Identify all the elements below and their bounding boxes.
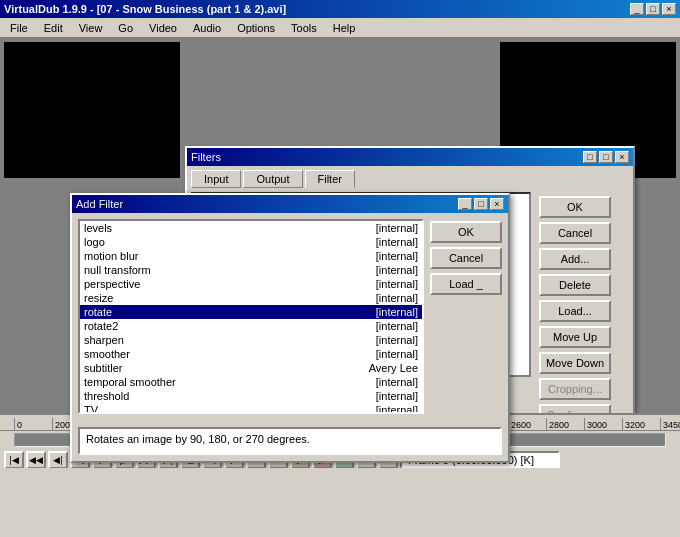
add-filter-title-bar: Add Filter _ □ × — [72, 195, 508, 213]
go-start-button[interactable]: |◀ — [4, 451, 24, 468]
filter-listbox[interactable]: levels[internal]logo[internal]motion blu… — [78, 219, 424, 414]
add-filter-close-button[interactable]: × — [490, 198, 504, 210]
timeline-mark: 3000 — [584, 418, 622, 430]
filter-list-item[interactable]: perspective[internal] — [80, 277, 422, 291]
filter-list-item[interactable]: rotate[internal] — [80, 305, 422, 319]
menu-bar: File Edit View Go Video Audio Options To… — [0, 18, 680, 38]
filter-item-source: [internal] — [376, 278, 418, 290]
filter-item-name: rotate — [84, 306, 204, 318]
filter-item-source: [internal] — [376, 376, 418, 388]
filters-close-button[interactable]: × — [615, 151, 629, 163]
filter-list-item[interactable]: rotate2[internal] — [80, 319, 422, 333]
filters-maximize-button[interactable]: □ — [599, 151, 613, 163]
menu-edit[interactable]: Edit — [38, 20, 69, 36]
tab-output[interactable]: Output — [243, 170, 302, 188]
filter-item-name: logo — [84, 236, 204, 248]
timeline-mark: 2800 — [546, 418, 584, 430]
filters-restore-button[interactable]: □ — [583, 151, 597, 163]
app-title: VirtualDub 1.9.9 - [07 - Snow Business (… — [4, 3, 286, 15]
filter-list-item[interactable]: subtitlerAvery Lee — [80, 361, 422, 375]
filter-item-source: [internal] — [376, 292, 418, 304]
add-filter-maximize-button[interactable]: □ — [474, 198, 488, 210]
add-filter-ok-button[interactable]: OK — [430, 221, 502, 243]
minimize-button[interactable]: _ — [630, 3, 644, 15]
filter-list-item[interactable]: sharpen[internal] — [80, 333, 422, 347]
filter-list-item[interactable]: TV[internal] — [80, 403, 422, 414]
app-title-bar: VirtualDub 1.9.9 - [07 - Snow Business (… — [0, 0, 680, 18]
filter-list-item[interactable]: levels[internal] — [80, 221, 422, 235]
menu-options[interactable]: Options — [231, 20, 281, 36]
menu-help[interactable]: Help — [327, 20, 362, 36]
filter-item-source: [internal] — [376, 320, 418, 332]
filter-item-name: smoother — [84, 348, 204, 360]
filter-item-source: [internal] — [376, 334, 418, 346]
prev-key-button[interactable]: ◀◀ — [26, 451, 46, 468]
add-filter-minimize-button[interactable]: _ — [458, 198, 472, 210]
filter-item-name: rotate2 — [84, 320, 204, 332]
tab-filter[interactable]: Filter — [305, 170, 355, 188]
maximize-button[interactable]: □ — [646, 3, 660, 15]
filters-title-bar: Filters □ □ × — [187, 148, 633, 166]
filters-delete-button[interactable]: Delete — [539, 274, 611, 296]
filter-list-item[interactable]: null transform[internal] — [80, 263, 422, 277]
filter-item-source: [internal] — [376, 306, 418, 318]
filter-item-name: resize — [84, 292, 204, 304]
filters-title: Filters — [191, 151, 221, 163]
filter-item-source: [internal] — [376, 250, 418, 262]
filters-load-button[interactable]: Load... — [539, 300, 611, 322]
filter-item-name: motion blur — [84, 250, 204, 262]
filter-item-source: [internal] — [376, 348, 418, 360]
menu-file[interactable]: File — [4, 20, 34, 36]
filter-item-name: levels — [84, 222, 204, 234]
add-filter-cancel-button[interactable]: Cancel — [430, 247, 502, 269]
filter-list-buttons: OK Cancel Load _ — [430, 219, 502, 421]
filter-list-item[interactable]: smoother[internal] — [80, 347, 422, 361]
filter-item-source: [internal] — [376, 404, 418, 414]
filter-item-name: threshold — [84, 390, 204, 402]
menu-go[interactable]: Go — [112, 20, 139, 36]
filter-list-item[interactable]: threshold[internal] — [80, 389, 422, 403]
filters-move-up-button[interactable]: Move Up — [539, 326, 611, 348]
filters-add-button[interactable]: Add... — [539, 248, 611, 270]
filter-item-source: Avery Lee — [369, 362, 418, 374]
prev-frame-button[interactable]: ◀| — [48, 451, 68, 468]
filter-item-source: [internal] — [376, 236, 418, 248]
filter-item-name: subtitler — [84, 362, 204, 374]
filter-item-name: null transform — [84, 264, 204, 276]
filters-tabs: Input Output Filter — [191, 170, 629, 188]
filter-item-source: [internal] — [376, 222, 418, 234]
menu-audio[interactable]: Audio — [187, 20, 227, 36]
add-filter-load-button[interactable]: Load _ — [430, 273, 502, 295]
title-bar-buttons: _ □ × — [630, 3, 676, 15]
main-area: Filters □ □ × Input Output Filter OK Can… — [0, 38, 680, 468]
filter-list-container: levels[internal]logo[internal]motion blu… — [78, 219, 502, 421]
filter-item-source: [internal] — [376, 264, 418, 276]
filter-item-source: [internal] — [376, 390, 418, 402]
filter-item-name: TV — [84, 404, 204, 414]
timeline-mark: 3200 — [622, 418, 660, 430]
filters-cancel-button[interactable]: Cancel — [539, 222, 611, 244]
timeline-mark: 2600 — [508, 418, 546, 430]
menu-tools[interactable]: Tools — [285, 20, 323, 36]
add-filter-title: Add Filter — [76, 198, 123, 210]
timeline-mark: 3450 — [660, 418, 680, 430]
filter-description: Rotates an image by 90, 180, or 270 degr… — [78, 427, 502, 455]
filter-item-name: perspective — [84, 278, 204, 290]
filter-list-item[interactable]: logo[internal] — [80, 235, 422, 249]
add-filter-dialog: Add Filter _ □ × levels[internal]logo[in… — [70, 193, 510, 463]
filters-move-down-button[interactable]: Move Down — [539, 352, 611, 374]
menu-view[interactable]: View — [73, 20, 109, 36]
timeline-mark: 0 — [14, 418, 52, 430]
close-button[interactable]: × — [662, 3, 676, 15]
filter-list-item[interactable]: temporal smoother[internal] — [80, 375, 422, 389]
filter-item-name: temporal smoother — [84, 376, 204, 388]
tab-input[interactable]: Input — [191, 170, 241, 188]
menu-video[interactable]: Video — [143, 20, 183, 36]
add-filter-content: levels[internal]logo[internal]motion blu… — [72, 213, 508, 461]
filter-item-name: sharpen — [84, 334, 204, 346]
video-preview-input — [2, 40, 182, 180]
filters-ok-button[interactable]: OK — [539, 196, 611, 218]
filter-list-item[interactable]: resize[internal] — [80, 291, 422, 305]
filters-cropping-button[interactable]: Cropping... — [539, 378, 611, 400]
filter-list-item[interactable]: motion blur[internal] — [80, 249, 422, 263]
